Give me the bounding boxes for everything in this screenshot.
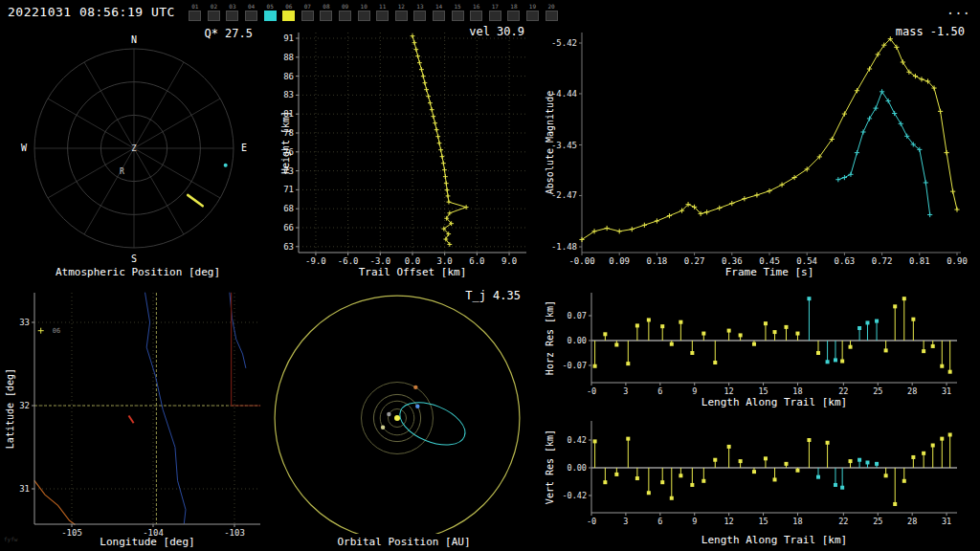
frame-thumb-06[interactable]: 06 — [279, 3, 299, 21]
frame-number: 11 — [379, 3, 386, 10]
frame-thumb-20[interactable]: 20 — [542, 3, 561, 21]
velocity-grid — [299, 33, 526, 253]
vert-res-ylabel: Vert Res [km] — [545, 430, 555, 504]
velocity-trail-line — [412, 36, 466, 245]
velocity-plot: -9.0-6.0-3.00.03.06.09.09188868381787673… — [276, 25, 540, 266]
svg-text:0.18: 0.18 — [647, 256, 668, 266]
frame-thumb-03[interactable]: 03 — [223, 3, 242, 21]
frame-box — [189, 11, 201, 21]
velocity-value-label: vel 30.9 — [469, 25, 524, 38]
svg-text:9.0: 9.0 — [501, 256, 517, 266]
svg-text:N: N — [131, 34, 137, 45]
svg-text:0.27: 0.27 — [684, 256, 705, 266]
svg-text:32: 32 — [19, 401, 30, 410]
frame-thumb-09[interactable]: 09 — [336, 3, 355, 21]
svg-text:E: E — [241, 143, 247, 153]
frame-thumb-17[interactable]: 17 — [486, 3, 505, 21]
frame-thumb-18[interactable]: 18 — [504, 3, 523, 21]
svg-text:0.0: 0.0 — [405, 256, 420, 266]
watermark: fyfw — [4, 536, 17, 542]
svg-text:28: 28 — [907, 517, 917, 526]
frame-number: 06 — [285, 3, 292, 10]
frame-number: 07 — [304, 3, 311, 10]
svg-text:22: 22 — [838, 386, 848, 396]
frame-box — [526, 11, 539, 21]
frame-thumb-08[interactable]: 08 — [317, 3, 336, 21]
frame-thumb-01[interactable]: 01 — [186, 3, 205, 21]
frame-thumb-04[interactable]: 04 — [242, 3, 261, 21]
svg-text:6: 6 — [657, 517, 662, 526]
panel-ground-map: Latitude [deg] 06-105-104-103333231 Long… — [0, 287, 268, 551]
meteor-trail-streak — [188, 195, 203, 206]
magnitude-markers-cyan — [835, 89, 932, 217]
frame-number: 03 — [229, 3, 235, 10]
frame-number: 02 — [211, 3, 217, 10]
atmospheric-polar-plot: NSEWZR — [0, 25, 276, 264]
frame-thumb-05[interactable]: 05 — [260, 3, 279, 21]
mars-dot — [413, 386, 417, 389]
panel-horizontal-residuals: Horz Res [km] -0369121518222528310.070.0… — [540, 287, 980, 411]
svg-text:9: 9 — [692, 386, 697, 396]
svg-text:-0: -0 — [587, 517, 596, 526]
svg-text:3: 3 — [623, 517, 628, 526]
svg-text:31: 31 — [942, 386, 951, 396]
frame-number: 19 — [529, 3, 536, 10]
svg-text:0.09: 0.09 — [609, 256, 630, 266]
svg-text:91: 91 — [283, 33, 294, 43]
svg-text:33: 33 — [19, 318, 30, 327]
frame-thumb-07[interactable]: 07 — [299, 3, 318, 21]
velocity-xlabel: Trail Offset [km] — [299, 266, 526, 278]
velocity-trail-markers — [411, 33, 469, 247]
residual-stems — [593, 297, 952, 374]
svg-text:22: 22 — [838, 517, 848, 526]
tisserand-value-label: T_j 4.35 — [465, 289, 521, 302]
svg-text:-0.42: -0.42 — [562, 491, 587, 500]
svg-text:-0.07: -0.07 — [562, 361, 587, 370]
menu-ellipsis-button[interactable]: ... — [947, 2, 970, 17]
orbit-caption: Orbital Position [AU] — [268, 536, 540, 548]
svg-text:71: 71 — [283, 185, 294, 194]
frame-thumb-13[interactable]: 13 — [411, 3, 430, 21]
svg-text:63: 63 — [283, 242, 294, 252]
frame-box — [208, 11, 220, 21]
svg-text:Z: Z — [131, 143, 137, 153]
svg-text:12: 12 — [724, 386, 734, 396]
frame-thumb-16[interactable]: 16 — [467, 3, 486, 21]
panel-atmospheric-position: Q* 27.5 NSEWZR Atmospheric Position [deg… — [0, 25, 276, 287]
svg-text:9: 9 — [692, 517, 697, 526]
orbit-ring — [275, 296, 520, 534]
svg-text:W: W — [21, 143, 28, 153]
station-marker — [38, 328, 44, 334]
frame-thumb-15[interactable]: 15 — [448, 3, 467, 21]
svg-text:86: 86 — [283, 72, 294, 81]
map-axes — [32, 293, 260, 527]
frame-box — [226, 11, 238, 21]
frame-thumb-14[interactable]: 14 — [430, 3, 449, 21]
panel-vertical-residuals: Vert Res [km] -0369121518222528310.420.0… — [540, 411, 980, 551]
frame-box — [358, 11, 370, 21]
frame-box — [376, 11, 389, 21]
frame-thumb-02[interactable]: 02 — [205, 3, 224, 21]
venus-dot — [381, 425, 385, 429]
earth-dot — [415, 405, 419, 408]
svg-text:-3.45: -3.45 — [551, 141, 577, 150]
sun-dot — [394, 415, 400, 421]
frame-number: 10 — [361, 3, 368, 10]
residual-stems — [593, 432, 952, 506]
frame-thumb-12[interactable]: 12 — [392, 3, 412, 21]
frame-number: 14 — [435, 3, 442, 10]
magnitude-plot: -0.000.090.180.270.360.450.540.630.720.8… — [540, 25, 980, 266]
svg-text:0.00: 0.00 — [568, 336, 587, 345]
svg-text:0.42: 0.42 — [568, 435, 587, 445]
svg-text:0.81: 0.81 — [909, 256, 930, 266]
svg-text:68: 68 — [283, 204, 294, 213]
svg-text:-103: -103 — [224, 528, 245, 536]
frame-thumb-11[interactable]: 11 — [373, 3, 392, 21]
svg-text:-0: -0 — [587, 386, 596, 396]
frame-thumb-19[interactable]: 19 — [523, 3, 543, 21]
frame-box — [546, 11, 558, 21]
residual-axes — [589, 293, 957, 386]
magnitude-series-yellow — [582, 39, 957, 240]
frame-thumb-10[interactable]: 10 — [354, 3, 373, 21]
svg-text:31: 31 — [19, 484, 30, 494]
